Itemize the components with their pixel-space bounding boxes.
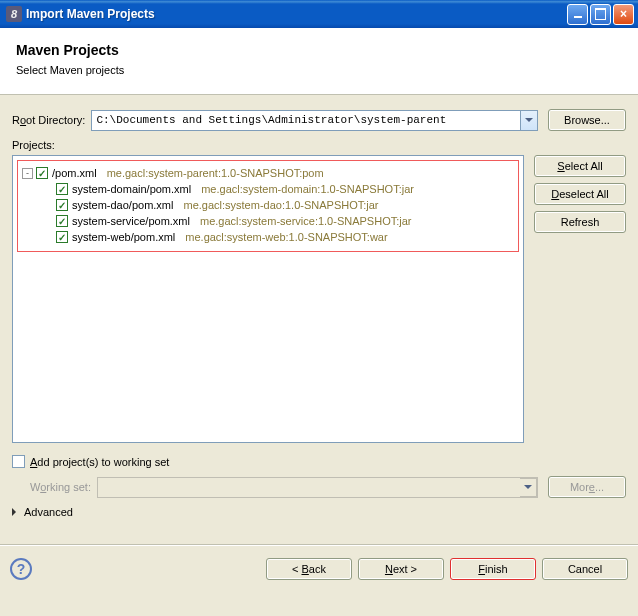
node-name: system-service/pom.xml <box>72 215 190 227</box>
node-desc: me.gacl:system-web:1.0-SNAPSHOT:war <box>185 231 387 243</box>
chevron-down-icon[interactable] <box>521 110 538 131</box>
checkbox[interactable] <box>36 167 48 179</box>
app-icon: 8 <box>6 6 22 22</box>
checkbox[interactable] <box>56 231 68 243</box>
page-subtitle: Select Maven projects <box>16 64 622 76</box>
root-directory-label: Root Directory: <box>12 114 85 126</box>
window-titlebar: 8 Import Maven Projects × <box>0 0 638 28</box>
node-desc: me.gacl:system-dao:1.0-SNAPSHOT:jar <box>183 199 378 211</box>
page-title: Maven Projects <box>16 42 622 58</box>
advanced-label: Advanced <box>24 506 73 518</box>
next-button[interactable]: Next > <box>358 558 444 580</box>
select-all-button[interactable]: Select All <box>534 155 626 177</box>
root-directory-combo[interactable] <box>91 110 538 131</box>
tree-row[interactable]: system-dao/pom.xml me.gacl:system-dao:1.… <box>20 197 516 213</box>
close-button[interactable]: × <box>613 4 634 25</box>
checkbox[interactable] <box>56 183 68 195</box>
node-name: system-web/pom.xml <box>72 231 175 243</box>
finish-button[interactable]: Finish <box>450 558 536 580</box>
checkbox[interactable] <box>56 215 68 227</box>
cancel-button[interactable]: Cancel <box>542 558 628 580</box>
deselect-all-button[interactable]: Deselect All <box>534 183 626 205</box>
node-desc: me.gacl:system-parent:1.0-SNAPSHOT:pom <box>107 167 324 179</box>
tree-row[interactable]: system-domain/pom.xml me.gacl:system-dom… <box>20 181 516 197</box>
chevron-down-icon <box>520 478 537 497</box>
expander-icon[interactable]: - <box>22 168 33 179</box>
more-button: More... <box>548 476 626 498</box>
working-set-label: Working set: <box>30 481 91 493</box>
projects-label: Projects: <box>12 139 626 151</box>
root-directory-input[interactable] <box>91 110 521 131</box>
refresh-button[interactable]: Refresh <box>534 211 626 233</box>
tree-row[interactable]: - /pom.xml me.gacl:system-parent:1.0-SNA… <box>20 165 516 181</box>
working-set-combo <box>97 477 538 498</box>
maximize-button[interactable] <box>590 4 611 25</box>
separator <box>0 544 638 546</box>
add-to-working-set-label: Add project(s) to working set <box>30 456 169 468</box>
node-name: system-domain/pom.xml <box>72 183 191 195</box>
tree-row[interactable]: system-web/pom.xml me.gacl:system-web:1.… <box>20 229 516 245</box>
tree-highlight: - /pom.xml me.gacl:system-parent:1.0-SNA… <box>17 160 519 252</box>
browse-button[interactable]: Browse... <box>548 109 626 131</box>
advanced-toggle[interactable]: Advanced <box>12 506 626 518</box>
tree-row[interactable]: system-service/pom.xml me.gacl:system-se… <box>20 213 516 229</box>
node-desc: me.gacl:system-domain:1.0-SNAPSHOT:jar <box>201 183 414 195</box>
node-desc: me.gacl:system-service:1.0-SNAPSHOT:jar <box>200 215 412 227</box>
node-name: system-dao/pom.xml <box>72 199 173 211</box>
window-title: Import Maven Projects <box>26 7 567 21</box>
help-icon[interactable]: ? <box>10 558 32 580</box>
node-name: /pom.xml <box>52 167 97 179</box>
dialog-header: Maven Projects Select Maven projects <box>0 28 638 95</box>
back-button[interactable]: < Back <box>266 558 352 580</box>
chevron-right-icon <box>12 508 20 516</box>
minimize-button[interactable] <box>567 4 588 25</box>
projects-tree[interactable]: - /pom.xml me.gacl:system-parent:1.0-SNA… <box>12 155 524 443</box>
add-to-working-set-checkbox[interactable] <box>12 455 25 468</box>
checkbox[interactable] <box>56 199 68 211</box>
